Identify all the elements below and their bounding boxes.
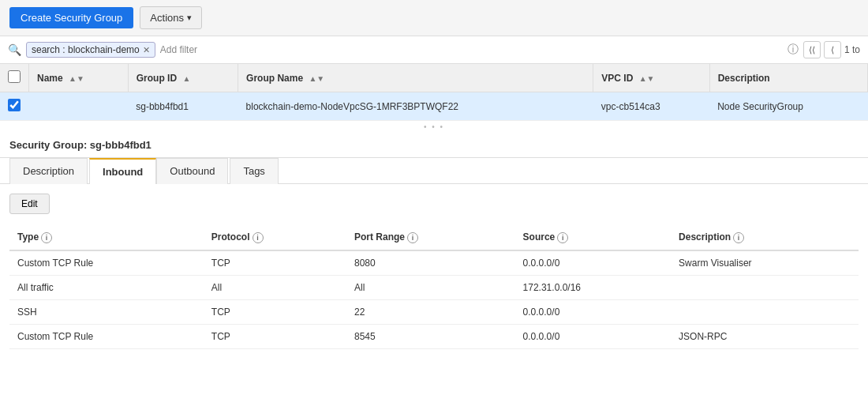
rules-row: Custom TCP Rule TCP 8545 0.0.0.0/0 JSON-… bbox=[9, 324, 859, 348]
edit-rules-button[interactable]: Edit bbox=[9, 194, 50, 214]
tab-outbound[interactable]: Outbound bbox=[156, 158, 228, 184]
rules-col-description: Descriptioni bbox=[671, 225, 859, 250]
table-header-row: Name ▲▼ Group ID ▲ Group Name ▲▼ VPC ID … bbox=[0, 64, 868, 92]
cell-source: 172.31.0.0/16 bbox=[515, 275, 672, 299]
detail-panel: Security Group: sg-bbb4fbd1 DescriptionI… bbox=[0, 133, 868, 359]
cell-rule-description bbox=[671, 299, 859, 324]
search-bar: 🔍 search : blockchain-demo ✕ Add filter … bbox=[0, 36, 868, 64]
cell-type: SSH bbox=[9, 299, 204, 324]
sort-icon-group-id: ▲ bbox=[182, 74, 190, 83]
cell-port-range: 8080 bbox=[346, 250, 515, 276]
row-checkbox[interactable] bbox=[8, 99, 21, 111]
cell-rule-description: JSON-RPC bbox=[671, 324, 859, 348]
rules-row: SSH TCP 22 0.0.0.0/0 bbox=[9, 299, 859, 324]
sg-title: Security Group: sg-bbb4fbd1 bbox=[9, 139, 152, 151]
tab-tags[interactable]: Tags bbox=[230, 158, 278, 184]
search-icon: 🔍 bbox=[8, 43, 21, 56]
rules-col-type: Typei bbox=[9, 225, 204, 250]
rules-row: Custom TCP Rule TCP 8080 0.0.0.0/0 Swarm… bbox=[9, 250, 859, 276]
rules-col-protocol: Protocoli bbox=[204, 225, 346, 250]
info-icon: i bbox=[41, 232, 52, 243]
cell-type: All traffic bbox=[9, 275, 204, 299]
cell-protocol: TCP bbox=[204, 250, 346, 276]
help-icon[interactable]: ⓘ bbox=[788, 43, 799, 57]
inbound-rules-table: TypeiProtocoliPort RangeiSourceiDescript… bbox=[9, 225, 859, 349]
rules-col-source: Sourcei bbox=[515, 225, 672, 250]
cell-type: Custom TCP Rule bbox=[9, 324, 204, 348]
search-tag-close-icon[interactable]: ✕ bbox=[143, 45, 150, 55]
cell-source: 0.0.0.0/0 bbox=[515, 299, 672, 324]
pagination-text: 1 to bbox=[844, 44, 860, 55]
resize-handle[interactable]: • • • bbox=[0, 121, 868, 133]
cell-name bbox=[29, 92, 129, 121]
search-tag: search : blockchain-demo ✕ bbox=[26, 42, 155, 58]
rules-section: Edit TypeiProtocoliPort RangeiSourceiDes… bbox=[0, 184, 868, 359]
cell-vpc-id: vpc-cb514ca3 bbox=[593, 92, 709, 121]
sort-icon-group-name: ▲▼ bbox=[309, 74, 324, 83]
cell-source: 0.0.0.0/0 bbox=[515, 324, 672, 348]
col-header-vpc-id[interactable]: VPC ID ▲▼ bbox=[593, 64, 709, 92]
add-filter-label[interactable]: Add filter bbox=[160, 44, 783, 55]
cell-protocol: All bbox=[204, 275, 346, 299]
tab-inbound[interactable]: Inbound bbox=[89, 158, 156, 184]
col-header-group-name[interactable]: Group Name ▲▼ bbox=[238, 64, 593, 92]
table-row[interactable]: sg-bbb4fbd1 blockchain-demo-NodeVpcSG-1M… bbox=[0, 92, 868, 121]
cell-rule-description: Swarm Visualiser bbox=[671, 250, 859, 276]
create-security-group-button[interactable]: Create Security Group bbox=[9, 7, 133, 28]
info-icon: i bbox=[407, 232, 418, 243]
pagination-prev-button[interactable]: ⟨ bbox=[824, 41, 841, 58]
rules-header-row: TypeiProtocoliPort RangeiSourceiDescript… bbox=[9, 225, 859, 250]
actions-button[interactable]: Actions bbox=[140, 6, 202, 29]
search-tag-text: search : blockchain-demo bbox=[32, 44, 140, 55]
toolbar: Create Security Group Actions bbox=[0, 0, 868, 36]
header-checkbox-cell bbox=[0, 64, 29, 92]
info-icon: i bbox=[557, 232, 568, 243]
cell-protocol: TCP bbox=[204, 299, 346, 324]
tab-description[interactable]: Description bbox=[9, 158, 88, 184]
sg-header: Security Group: sg-bbb4fbd1 bbox=[0, 133, 868, 158]
info-icon: i bbox=[733, 232, 744, 243]
cell-protocol: TCP bbox=[204, 324, 346, 348]
pagination-first-button[interactable]: ⟨⟨ bbox=[803, 41, 821, 58]
cell-port-range: 8545 bbox=[346, 324, 515, 348]
resize-dots: • • • bbox=[424, 122, 444, 131]
cell-group-name: blockchain-demo-NodeVpcSG-1MRF3BPTWQF22 bbox=[238, 92, 593, 121]
cell-group-id: sg-bbb4fbd1 bbox=[128, 92, 238, 121]
col-header-name[interactable]: Name ▲▼ bbox=[29, 64, 129, 92]
cell-port-range: 22 bbox=[346, 299, 515, 324]
pagination: ⟨⟨ ⟨ 1 to bbox=[803, 41, 860, 58]
rules-col-port-range: Port Rangei bbox=[346, 225, 515, 250]
sort-icon-name: ▲▼ bbox=[69, 74, 84, 83]
cell-port-range: All bbox=[346, 275, 515, 299]
info-icon: i bbox=[253, 232, 264, 243]
col-header-description: Description bbox=[709, 64, 867, 92]
tabs-container: DescriptionInboundOutboundTags bbox=[0, 158, 868, 184]
cell-rule-description bbox=[671, 275, 859, 299]
cell-description: Node SecurityGroup bbox=[709, 92, 867, 121]
cell-type: Custom TCP Rule bbox=[9, 250, 204, 276]
sort-icon-vpc-id: ▲▼ bbox=[639, 74, 655, 83]
select-all-checkbox[interactable] bbox=[8, 70, 21, 83]
cell-source: 0.0.0.0/0 bbox=[515, 250, 672, 276]
col-header-group-id[interactable]: Group ID ▲ bbox=[128, 64, 238, 92]
rules-row: All traffic All All 172.31.0.0/16 bbox=[9, 275, 859, 299]
row-checkbox-cell bbox=[0, 92, 29, 121]
security-groups-table: Name ▲▼ Group ID ▲ Group Name ▲▼ VPC ID … bbox=[0, 64, 868, 121]
